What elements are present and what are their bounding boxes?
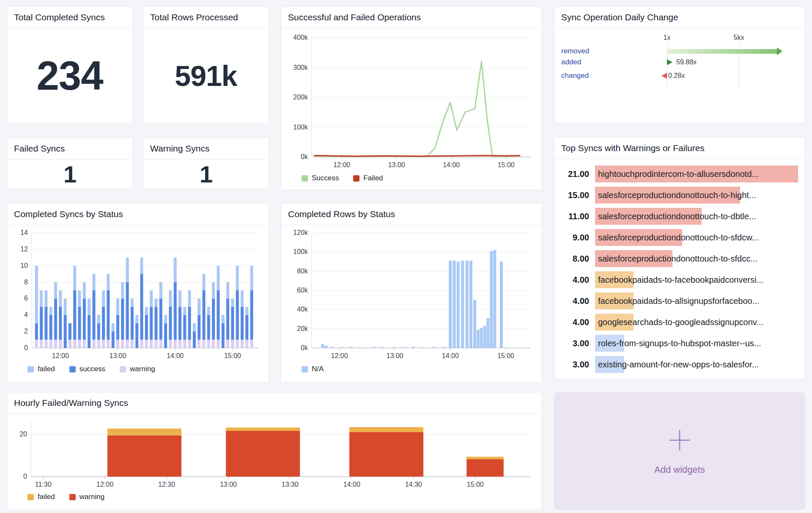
svg-text:13:00: 13:00 [220,481,237,488]
dc-scale-max: 5kx [734,34,744,41]
syncs-by-status-chart-area: 0246810121412:0013:0014:0015:00 failedsu… [7,225,269,373]
top-syncs-list: 21.00hightouchprodintercom-to-allusersdo… [554,159,805,375]
operations-chart-svg: 0k100k200k300k400k12:0013:0014:0015:00 [288,32,536,171]
hourly-syncs-title: Hourly Failed/Warning Syncs [7,392,542,414]
legend-label: failed [38,493,55,501]
svg-text:15:00: 15:00 [498,161,515,168]
top-sync-row[interactable]: 11.00salesforceproductiondonottouch-to-d… [561,206,798,227]
top-sync-name-cell: salesforceproductiondonottouch-to-sfdcc.… [595,250,798,267]
legend-swatch [69,366,76,372]
legend-swatch [120,366,126,372]
syncs-by-status-chart-svg: 0246810121412:0013:0014:0015:00 [14,229,263,362]
svg-text:10: 10 [20,262,28,269]
top-sync-row[interactable]: 4.00googlesearchads-to-googleadssignupco… [561,312,798,333]
legend-item[interactable]: warning [120,365,155,373]
legend-item[interactable]: failed [27,365,55,373]
syncs-by-status-title: Completed Syncs by Status [7,204,269,225]
svg-text:14:00: 14:00 [443,161,460,168]
legend-item[interactable]: failed [27,493,55,501]
top-sync-name-cell: facebookpaidads-to-facebookpaidconversi.… [595,271,798,288]
top-sync-row[interactable]: 9.00salesforceproductiondonottouch-to-sf… [561,227,798,248]
legend-label: N/A [312,365,324,373]
top-sync-row[interactable]: 15.00salesforceproductiondonottouch-to-h… [561,185,798,206]
top-sync-name-cell: salesforceproductiondonottouch-to-hight.… [595,187,798,204]
legend-item[interactable]: N/A [302,365,324,373]
svg-text:15:00: 15:00 [224,352,241,359]
card-rows-by-status: Completed Rows by Status 0k20k40k60k80k1… [281,203,542,383]
svg-text:15:00: 15:00 [497,352,514,359]
add-widgets-label: Add widgets [654,464,705,475]
dc-row-label-removed[interactable]: removed [561,47,589,55]
top-sync-name: salesforceproductiondonottouch-to-sfdcc.… [595,250,798,267]
add-widgets-panel[interactable]: Add widgets [554,392,805,510]
legend-item[interactable]: Failed [353,174,383,182]
failed-syncs-title: Failed Syncs [7,138,132,160]
dc-row-label-changed[interactable]: changed [561,72,589,80]
card-operations: Successful and Failed Operations 0k100k2… [281,6,542,190]
svg-text:2: 2 [24,328,28,335]
legend-label: success [80,365,105,373]
top-sync-name: salesforceproductiondonottouch-to-hight.… [595,187,798,204]
legend-swatch [27,494,34,500]
changed-value: 0.28x [668,72,685,80]
svg-text:40k: 40k [297,306,308,313]
svg-text:12:00: 12:00 [331,352,348,359]
svg-text:12:00: 12:00 [333,161,350,168]
svg-text:12:00: 12:00 [96,481,113,488]
svg-text:400k: 400k [293,34,308,41]
top-sync-name-cell: hightouchprodintercom-to-allusersdonotd.… [595,165,798,182]
syncs-by-status-legend: failedsuccesswarning [27,365,262,373]
legend-swatch [353,175,359,182]
top-sync-name: salesforceproductiondonottouch-to-sfdcw.… [595,229,798,246]
top-sync-value: 21.00 [561,169,589,179]
legend-item[interactable]: warning [69,493,105,501]
svg-text:13:30: 13:30 [282,481,299,488]
top-sync-name-cell: existing-amount-for-new-opps-to-salesfor… [595,356,798,373]
svg-text:11:30: 11:30 [35,481,52,488]
svg-text:20k: 20k [297,325,308,332]
warning-syncs-title: Warning Syncs [143,138,269,160]
total-completed-syncs-title: Total Completed Syncs [7,7,132,28]
top-sync-value: 3.00 [561,339,589,348]
removed-range-bar [667,49,777,54]
top-syncs-title: Top Syncs with Warnings or Failures [554,138,805,159]
top-sync-value: 15.00 [561,190,589,200]
top-sync-row[interactable]: 21.00hightouchprodintercom-to-allusersdo… [561,163,798,185]
card-total-completed-syncs: Total Completed Syncs 234 [7,6,133,124]
top-sync-row[interactable]: 8.00salesforceproductiondonottouch-to-sf… [561,248,798,269]
top-sync-name: googlesearchads-to-googleadssignupconv..… [595,314,798,331]
changed-marker-icon [661,73,667,79]
svg-text:0k: 0k [301,153,308,160]
legend-item[interactable]: Success [302,174,339,182]
svg-text:300k: 300k [293,64,308,71]
svg-text:0: 0 [23,473,27,480]
top-sync-name-cell: facebookpaidads-to-allsignupsforfaceboo.… [595,292,798,309]
failed-syncs-value: 1 [7,160,132,188]
operations-legend: SuccessFailed [302,174,535,182]
svg-text:80k: 80k [297,268,308,275]
top-sync-name: facebookpaidads-to-allsignupsforfaceboo.… [595,292,798,309]
legend-item[interactable]: success [69,365,105,373]
svg-text:0k: 0k [301,344,308,351]
top-sync-value: 11.00 [561,212,589,221]
operations-title: Successful and Failed Operations [281,7,542,28]
top-sync-row[interactable]: 3.00existing-amount-for-new-opps-to-sale… [561,354,798,375]
top-sync-row[interactable]: 4.00facebookpaidads-to-allsignupsforface… [561,290,798,312]
dc-row-label-added[interactable]: added [561,58,581,66]
plus-icon [667,427,693,453]
svg-text:12: 12 [20,245,28,253]
svg-text:14:30: 14:30 [405,481,422,488]
top-sync-row[interactable]: 3.00roles-from-signups-to-hubspot-master… [561,333,798,354]
top-sync-value: 9.00 [561,233,589,243]
dashboard-page: { "stats": { "total_completed_syncs": {"… [0,0,812,513]
card-failed-syncs: Failed Syncs 1 [7,138,133,189]
rows-by-status-title: Completed Rows by Status [281,204,542,225]
svg-text:14:00: 14:00 [442,352,459,359]
top-sync-name-cell: googlesearchads-to-googleadssignupconv..… [595,314,798,331]
top-sync-value: 3.00 [561,360,589,370]
top-sync-row[interactable]: 4.00facebookpaidads-to-facebookpaidconve… [561,269,798,290]
svg-text:20: 20 [19,430,27,438]
top-sync-name: existing-amount-for-new-opps-to-salesfor… [595,356,798,373]
svg-text:12:00: 12:00 [52,352,69,359]
svg-text:4: 4 [24,311,28,318]
